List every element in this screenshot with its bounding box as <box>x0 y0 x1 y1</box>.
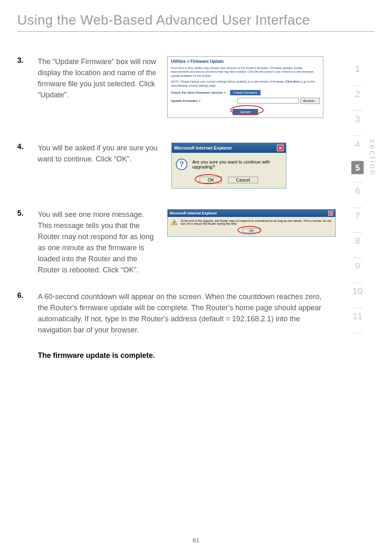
browse-button[interactable]: Browse... <box>300 98 320 104</box>
step-4-text: You will be asked if you are sure you wa… <box>38 143 159 165</box>
step-4-num: 4. <box>17 143 38 151</box>
warning-icon: ! <box>171 219 178 225</box>
check-firmware-button[interactable]: Check Firmware <box>230 90 261 95</box>
dialog-titlebar: Microsoft Internet Explorer ✕ <box>168 210 335 217</box>
svg-text:!: ! <box>174 221 175 225</box>
dialog-titlebar: Microsoft Internet Explorer ✕ <box>172 143 286 153</box>
ok-button[interactable]: OK <box>243 228 260 233</box>
dialog-message: Are you sure you want to continue with u… <box>192 159 282 169</box>
dialog-title: Microsoft Internet Explorer <box>174 145 232 150</box>
panel-desc-1: From time to time, Belkin may release ne… <box>171 66 320 78</box>
step-6: 6. A 60-second countdown will appear on … <box>17 291 375 336</box>
step-5-text: You will see one more message. This mess… <box>38 209 159 276</box>
firmware-path-input[interactable] <box>237 98 299 104</box>
step-5: 5. You will see one more message. This m… <box>17 209 375 276</box>
page-title: Using the Web-Based Advanced User Interf… <box>0 0 392 31</box>
panel-breadcrumb: Utilities > Firmware Update <box>171 59 320 64</box>
step-4: 4. You will be asked if you are sure you… <box>17 143 375 189</box>
step-3-text: The “Update Firmware” box will now displ… <box>38 56 159 101</box>
step-3-num: 3. <box>17 56 38 65</box>
update-button[interactable]: Update <box>233 109 258 115</box>
panel-desc-2: NOTE: Please backup your current setting… <box>171 80 320 88</box>
update-firmware-label: Update Firmware > <box>171 99 201 103</box>
close-icon[interactable]: ✕ <box>277 145 284 151</box>
warning-dialog: Microsoft Internet Explorer ✕ ! At the e… <box>167 209 336 237</box>
close-icon[interactable]: ✕ <box>328 211 333 216</box>
ok-button[interactable]: OK <box>200 177 222 183</box>
firmware-update-panel: Utilities > Firmware Update From time to… <box>167 56 323 118</box>
step-5-num: 5. <box>17 209 38 218</box>
question-icon: ? <box>176 159 187 170</box>
check-version-label: Check For New Firmware Version > <box>171 91 226 94</box>
cancel-button[interactable]: Cancel <box>228 177 258 183</box>
confirm-dialog: Microsoft Internet Explorer ✕ ? Are you … <box>171 143 286 189</box>
click-here-link[interactable]: Click Here <box>286 80 300 83</box>
dialog-message: At the end of the upgrade, the Router ma… <box>181 219 332 225</box>
page-number: 61 <box>0 537 392 544</box>
completion-text: The firmware update is complete. <box>38 351 375 360</box>
step-6-text: A 60-second countdown will appear on the… <box>38 291 334 336</box>
dialog-title: Microsoft Internet Explorer <box>170 211 217 215</box>
step-3: 3. The “Update Firmware” box will now di… <box>17 56 375 118</box>
step-6-num: 6. <box>17 291 38 300</box>
